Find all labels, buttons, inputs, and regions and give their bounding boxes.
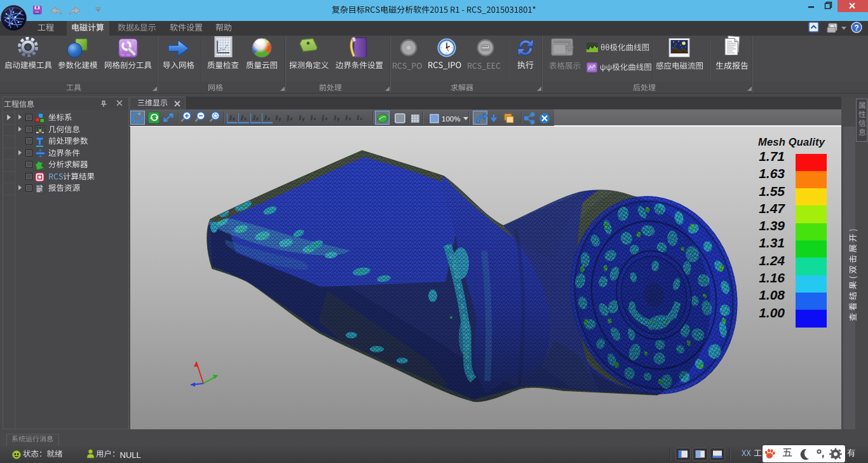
svg-text:?: ?: [854, 24, 858, 32]
svg-text:100%: 100%: [442, 115, 460, 123]
